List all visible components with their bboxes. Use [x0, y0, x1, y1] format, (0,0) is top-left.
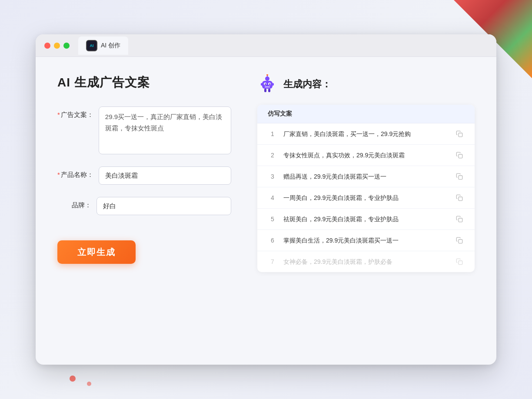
row-number: 7	[268, 258, 277, 265]
svg-point-0	[265, 76, 269, 81]
main-content: AI 生成广告文案 *广告文案： 29.9买一送一，真正的厂家直销，美白淡斑霜，…	[36, 57, 496, 365]
form-group-product-name: *产品名称：	[57, 166, 231, 185]
product-name-label: *产品名称：	[57, 171, 99, 179]
copy-icon[interactable]	[455, 172, 464, 181]
decorative-dot-2	[87, 382, 91, 386]
row-number: 2	[268, 152, 277, 159]
table-column-header: 仿写文案	[257, 105, 475, 123]
left-panel: AI 生成广告文案 *广告文案： 29.9买一送一，真正的厂家直销，美白淡斑霜，…	[57, 74, 231, 347]
brand-label: 品牌：	[57, 201, 96, 209]
svg-rect-14	[459, 154, 462, 158]
product-name-input[interactable]	[99, 166, 231, 185]
row-number: 3	[268, 173, 277, 180]
table-row: 4 一周美白，29.9元美白淡斑霜，专业护肤品	[257, 187, 475, 209]
svg-point-5	[269, 83, 270, 85]
copy-icon[interactable]	[455, 214, 464, 224]
copy-icon[interactable]	[455, 193, 464, 203]
results-table: 仿写文案 1 厂家直销，美白淡斑霜，买一送一，29.9元抢购 2 专抹女性斑点，…	[257, 105, 475, 272]
table-row: 3 赠品再送，29.9元美白淡斑霜买一送一	[257, 166, 475, 187]
decorative-dot-1	[70, 376, 76, 382]
page-title: AI 生成广告文案	[57, 74, 231, 91]
copy-icon[interactable]	[455, 257, 464, 266]
row-text: 女神必备，29.9元美白淡斑霜，护肤必备	[283, 257, 449, 266]
required-star-product: *	[57, 171, 60, 178]
maximize-button[interactable]	[63, 43, 70, 49]
svg-rect-12	[268, 89, 270, 92]
ad-copy-label: *广告文案：	[57, 111, 99, 119]
generate-button[interactable]: 立即生成	[57, 240, 136, 264]
table-row: 5 祛斑美白，29.9元美白淡斑霜，专业护肤品	[257, 209, 475, 230]
svg-point-8	[266, 74, 268, 76]
row-number: 5	[268, 216, 277, 223]
right-panel: 生成内容： 仿写文案 1 厂家直销，美白淡斑霜，买一送一，29.9元抢购 2 专…	[257, 74, 475, 347]
table-row: 7 女神必备，29.9元美白淡斑霜，护肤必备	[257, 251, 475, 272]
row-number: 4	[268, 194, 277, 201]
copy-icon[interactable]	[455, 150, 464, 160]
form-group-ad-copy: *广告文案： 29.9买一送一，真正的厂家直销，美白淡斑霜，专抹女性斑点	[57, 106, 231, 154]
svg-rect-6	[265, 86, 270, 87]
row-text: 掌握美白生活，29.9元美白淡斑霜买一送一	[283, 236, 449, 245]
close-button[interactable]	[44, 43, 50, 49]
row-text: 祛斑美白，29.9元美白淡斑霜，专业护肤品	[283, 215, 449, 224]
row-number: 1	[268, 130, 277, 137]
table-row: 2 专抹女性斑点，真实功效，29.9元美白淡斑霜	[257, 145, 475, 166]
svg-rect-9	[261, 83, 263, 86]
row-text: 赠品再送，29.9元美白淡斑霜买一送一	[283, 172, 449, 181]
svg-point-4	[265, 83, 266, 85]
row-text: 一周美白，29.9元美白淡斑霜，专业护肤品	[283, 193, 449, 203]
right-section-title: 生成内容：	[283, 78, 331, 91]
svg-rect-17	[459, 218, 462, 222]
row-text: 厂家直销，美白淡斑霜，买一送一，29.9元抢购	[283, 130, 449, 139]
table-row: 1 厂家直销，美白淡斑霜，买一送一，29.9元抢购	[257, 123, 475, 145]
ai-logo-icon	[86, 40, 97, 51]
brand-input[interactable]	[96, 197, 231, 215]
svg-rect-15	[459, 176, 462, 180]
active-tab[interactable]: AI 创作	[78, 37, 128, 55]
svg-rect-18	[459, 239, 462, 243]
svg-rect-13	[459, 133, 462, 137]
row-text: 专抹女性斑点，真实功效，29.9元美白淡斑霜	[283, 151, 449, 160]
row-number: 6	[268, 237, 277, 244]
browser-window: AI 创作 AI 生成广告文案 *广告文案： 29.9买一送一，真正的厂家直销，…	[36, 34, 496, 365]
ad-copy-input[interactable]: 29.9买一送一，真正的厂家直销，美白淡斑霜，专抹女性斑点	[99, 106, 231, 154]
svg-rect-19	[459, 261, 462, 265]
required-star-ad-copy: *	[57, 111, 60, 118]
tab-label: AI 创作	[101, 42, 120, 50]
svg-rect-11	[264, 89, 266, 92]
table-row: 6 掌握美白生活，29.9元美白淡斑霜买一送一	[257, 230, 475, 251]
right-header: 生成内容：	[257, 74, 475, 94]
svg-rect-16	[459, 197, 462, 201]
traffic-lights	[44, 43, 70, 49]
robot-icon	[257, 74, 277, 94]
form-group-brand: 品牌：	[57, 197, 231, 215]
minimize-button[interactable]	[54, 43, 60, 49]
svg-rect-10	[272, 83, 274, 86]
svg-rect-1	[262, 81, 273, 89]
copy-icon[interactable]	[455, 129, 464, 139]
copy-icon[interactable]	[455, 236, 464, 245]
title-bar: AI 创作	[36, 34, 496, 57]
